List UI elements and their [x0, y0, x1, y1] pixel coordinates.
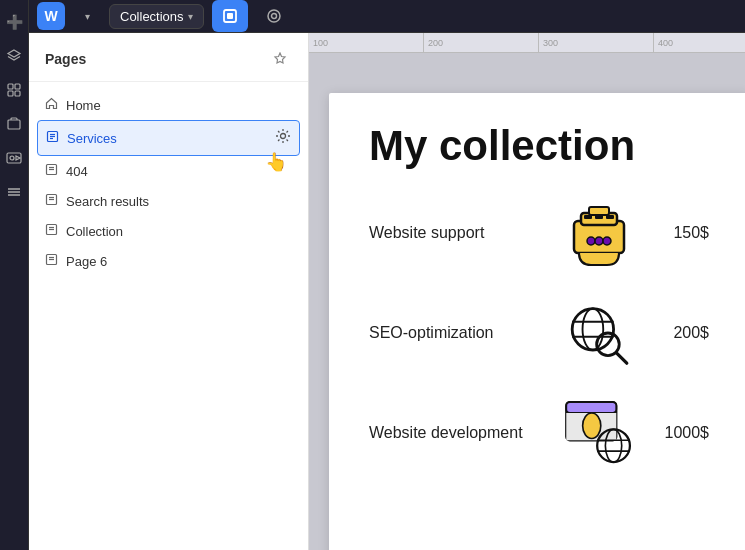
svg-point-39 — [595, 237, 603, 245]
svg-point-19 — [281, 134, 286, 139]
svg-rect-3 — [8, 91, 13, 96]
sidebar-item-home[interactable]: Home — [29, 90, 308, 120]
content-area: Pages Home — [29, 33, 745, 550]
search-results-page-label: Search results — [66, 194, 149, 209]
service-price-3: 1000$ — [649, 424, 709, 442]
preview-mode-btn[interactable] — [256, 0, 292, 32]
sidebar-header: Pages — [29, 33, 308, 82]
page-settings-icon[interactable] — [275, 128, 291, 148]
service-price-1: 150$ — [649, 224, 709, 242]
svg-rect-1 — [8, 84, 13, 89]
service-price-2: 200$ — [649, 324, 709, 342]
svg-rect-35 — [584, 215, 592, 219]
assets-icon[interactable] — [0, 110, 28, 138]
svg-point-14 — [271, 14, 276, 19]
service-row-3: Website development — [369, 393, 709, 473]
design-mode-btn[interactable] — [212, 0, 248, 32]
service-row-2: SEO-optimization 200$ — [369, 293, 709, 373]
ruler-bar: 100 200 300 400 — [309, 33, 745, 53]
svg-rect-48 — [566, 402, 616, 413]
globe-search-icon — [559, 293, 639, 373]
svg-point-55 — [583, 413, 601, 438]
svg-rect-37 — [606, 215, 614, 219]
collections-label: Collections — [120, 9, 184, 24]
services-page-label: Services — [67, 131, 117, 146]
ruler-seg-2: 200 — [424, 33, 539, 52]
app-menu-chevron[interactable]: ▾ — [73, 2, 101, 30]
svg-line-46 — [616, 352, 626, 362]
404-page-label: 404 — [66, 164, 88, 179]
service-row-1: Website support — [369, 193, 709, 273]
service-name-3: Website development — [369, 424, 549, 442]
svg-point-13 — [268, 10, 280, 22]
sidebar-item-collection[interactable]: Collection — [29, 216, 308, 246]
cursor-hand-icon: 👆 — [265, 151, 287, 173]
sidebar-item-page6[interactable]: Page 6 — [29, 246, 308, 276]
pages-list: Home Services — [29, 82, 308, 550]
services-page-icon — [46, 130, 59, 146]
svg-point-38 — [587, 237, 595, 245]
404-page-icon — [45, 163, 58, 179]
home-page-label: Home — [66, 98, 101, 113]
canvas-page: My collection Website support — [329, 93, 745, 550]
app-logo: W — [37, 2, 65, 30]
left-toolbar: ➕ — [0, 0, 29, 550]
collection-page-icon — [45, 223, 58, 239]
menu-icon[interactable] — [0, 178, 28, 206]
ruler-seg-1: 100 — [309, 33, 424, 52]
layers-icon[interactable] — [0, 42, 28, 70]
service-name-1: Website support — [369, 224, 549, 242]
sidebar: Pages Home — [29, 33, 309, 550]
search-results-page-icon — [45, 193, 58, 209]
pages-icon[interactable] — [0, 76, 28, 104]
page6-icon — [45, 253, 58, 269]
svg-rect-36 — [595, 215, 603, 219]
main-container: W ▾ Collections ▾ Pages — [29, 0, 745, 550]
ruler-seg-4: 400 — [654, 33, 745, 52]
svg-point-42 — [583, 308, 604, 349]
ruler-seg-3: 300 — [539, 33, 654, 52]
service-name-2: SEO-optimization — [369, 324, 549, 342]
pin-button[interactable] — [268, 47, 292, 71]
collections-dropdown[interactable]: Collections ▾ — [109, 4, 204, 29]
page-title: My collection — [369, 123, 709, 169]
svg-point-41 — [572, 308, 613, 349]
robot-icon — [559, 193, 639, 273]
canvas-area: 100 200 300 400 My collection Website su… — [309, 33, 745, 550]
svg-rect-5 — [8, 120, 20, 129]
media-icon[interactable] — [0, 144, 28, 172]
top-bar: W ▾ Collections ▾ — [29, 0, 745, 33]
chevron-icon: ▾ — [188, 11, 193, 22]
svg-marker-0 — [8, 50, 20, 57]
home-page-icon — [45, 97, 58, 113]
svg-point-40 — [603, 237, 611, 245]
pages-header-label: Pages — [45, 51, 86, 67]
add-icon[interactable]: ➕ — [0, 8, 28, 36]
svg-rect-12 — [227, 13, 233, 19]
svg-rect-4 — [15, 91, 20, 96]
svg-rect-34 — [589, 207, 609, 215]
sidebar-item-search-results[interactable]: Search results — [29, 186, 308, 216]
svg-point-7 — [10, 156, 14, 160]
collection-page-label: Collection — [66, 224, 123, 239]
svg-rect-2 — [15, 84, 20, 89]
page6-label: Page 6 — [66, 254, 107, 269]
browser-globe-icon — [559, 393, 639, 473]
sidebar-item-services[interactable]: Services 👆 — [37, 120, 300, 156]
